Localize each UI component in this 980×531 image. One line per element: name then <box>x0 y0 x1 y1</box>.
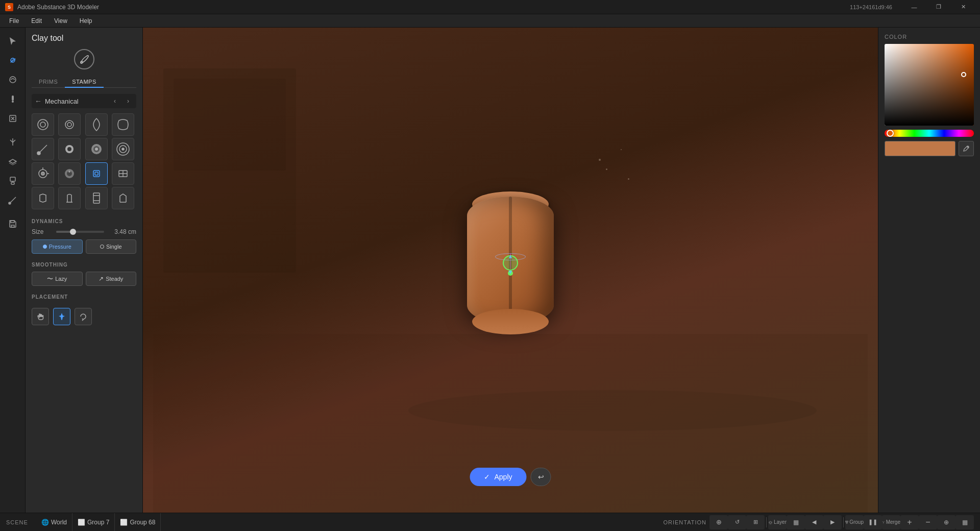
titlebar: S Adobe Substance 3D Modeler 113+24161d9… <box>0 0 980 14</box>
stamp-icon[interactable] <box>4 172 22 190</box>
minimize-button[interactable]: — <box>902 0 926 14</box>
menu-view[interactable]: View <box>49 14 72 28</box>
stamp-next-arrow[interactable]: › <box>123 96 133 106</box>
color-swatch[interactable] <box>885 141 955 156</box>
orientation-nav-icon[interactable]: ⊕ <box>709 515 728 529</box>
stamp-item-4[interactable] <box>112 113 134 136</box>
merge-button[interactable]: Merge <box>882 515 900 529</box>
stamp-prev-arrow[interactable]: ‹ <box>110 96 120 106</box>
size-slider[interactable] <box>56 231 104 233</box>
tab-stamps[interactable]: STAMPS <box>65 77 103 88</box>
stamp-item-12[interactable] <box>112 162 134 185</box>
remove-button[interactable]: − <box>919 515 937 529</box>
line-tool-icon[interactable] <box>4 191 22 209</box>
expand-button[interactable]: ⊕ <box>937 515 955 529</box>
next-frame-icon[interactable]: ▶ <box>823 515 842 529</box>
stamp-item-2[interactable] <box>58 113 81 136</box>
svg-point-20 <box>37 152 40 155</box>
svg-rect-52 <box>847 521 848 522</box>
hue-slider[interactable] <box>885 130 974 137</box>
save-icon[interactable] <box>4 214 22 233</box>
steady-icon: ↗ <box>99 275 104 282</box>
undo-button[interactable]: ↩ <box>531 468 551 486</box>
3d-manipulator[interactable]: ▲ ▼ <box>495 248 526 278</box>
menu-file[interactable]: File <box>4 14 24 28</box>
fullscreen-button[interactable]: ▦ <box>955 515 974 529</box>
stamp-item-8[interactable] <box>112 138 134 160</box>
layer-button[interactable]: Layer <box>768 515 787 529</box>
window-controls: — ❐ ✕ <box>902 0 975 14</box>
stamp-item-9[interactable] <box>32 162 54 185</box>
left-toolbar <box>0 28 26 513</box>
stamp-item-7[interactable] <box>85 138 108 160</box>
single-button[interactable]: Single <box>86 239 137 254</box>
svg-point-49 <box>408 390 817 431</box>
apply-label: Apply <box>494 473 512 481</box>
svg-rect-36 <box>93 171 100 177</box>
stamp-item-10[interactable] <box>58 162 81 185</box>
stamp-item-1[interactable] <box>32 113 54 136</box>
placement-hand-icon[interactable] <box>32 308 49 325</box>
tab-prims[interactable]: PRIMS <box>32 77 65 88</box>
eyedropper-button[interactable] <box>959 141 974 156</box>
tabs-row: PRIMS STAMPS <box>32 77 136 88</box>
svg-point-35 <box>68 171 70 173</box>
sparkle-3 <box>621 149 622 150</box>
prev-frame-icon[interactable]: ◀ <box>805 515 823 529</box>
add-button[interactable]: + <box>900 515 919 529</box>
svg-rect-7 <box>10 177 15 181</box>
menu-edit[interactable]: Edit <box>26 14 47 28</box>
stamp-item-5[interactable] <box>32 138 54 160</box>
stamp-item-16[interactable] <box>112 187 134 209</box>
maximize-button[interactable]: ❐ <box>927 0 950 14</box>
stamp-item-14[interactable] <box>58 187 81 209</box>
menu-help[interactable]: Help <box>75 14 97 28</box>
layers-icon[interactable] <box>4 152 22 171</box>
stamp-item-6[interactable] <box>58 138 81 160</box>
placement-pin-icon[interactable] <box>53 308 70 325</box>
symmetry-icon[interactable] <box>4 133 22 151</box>
stamp-item-15[interactable] <box>85 187 108 209</box>
clay-tool-icon[interactable] <box>4 51 22 69</box>
stamp-item-11[interactable] <box>85 162 108 185</box>
svg-point-11 <box>9 202 11 204</box>
steady-button[interactable]: ↗ Steady <box>86 272 137 286</box>
breadcrumb-world-label: World <box>51 519 67 526</box>
color-picker-gradient[interactable] <box>885 44 974 126</box>
stamp-item-3[interactable] <box>85 113 108 136</box>
svg-point-25 <box>95 148 98 151</box>
apply-button[interactable]: ✓ Apply <box>470 468 526 486</box>
panel-title: Clay tool <box>32 34 136 43</box>
viewport[interactable]: ▲ ▼ ✓ Apply ↩ <box>143 28 878 513</box>
brush-icon[interactable] <box>74 49 94 69</box>
stamp-item-13[interactable] <box>32 187 54 209</box>
paint-tool-icon[interactable] <box>4 90 22 108</box>
stamp-back-icon[interactable]: ← <box>35 97 42 105</box>
pressure-button[interactable]: Pressure <box>32 239 83 254</box>
mask-tool-icon[interactable] <box>4 109 22 128</box>
apply-check-icon: ✓ <box>484 473 490 481</box>
brush-icon-area <box>32 49 136 69</box>
breadcrumb-group7[interactable]: ⬜ Group 7 <box>72 513 115 532</box>
lazy-button[interactable]: 〜 Lazy <box>32 272 83 286</box>
grid-view-icon[interactable]: ⊞ <box>746 515 765 529</box>
title-coords: 113+24161d9:46 <box>850 4 892 10</box>
pressure-label: Pressure <box>49 244 71 250</box>
wavy-icon: 〜 <box>47 275 53 283</box>
breadcrumb-world[interactable]: 🌐 World <box>36 513 72 532</box>
group-button[interactable]: Group <box>845 515 864 529</box>
separator-1 <box>766 517 767 527</box>
placement-rotate-icon[interactable] <box>75 308 92 325</box>
breadcrumb-group68[interactable]: ⬜ Group 68 <box>115 513 161 532</box>
smooth-tool-icon[interactable] <box>4 70 22 89</box>
select-tool-icon[interactable] <box>4 32 22 50</box>
close-button[interactable]: ✕ <box>951 0 975 14</box>
stamp-category-title: Mechanical <box>45 98 107 105</box>
separator-icon[interactable]: ❚❚ <box>864 515 882 529</box>
reset-view-icon[interactable]: ↺ <box>728 515 746 529</box>
svg-rect-53 <box>846 522 847 523</box>
group-label: Group <box>849 519 864 525</box>
vr-toggle-icon[interactable]: ▦ <box>787 515 805 529</box>
svg-point-22 <box>67 147 71 151</box>
svg-point-3 <box>12 101 14 103</box>
